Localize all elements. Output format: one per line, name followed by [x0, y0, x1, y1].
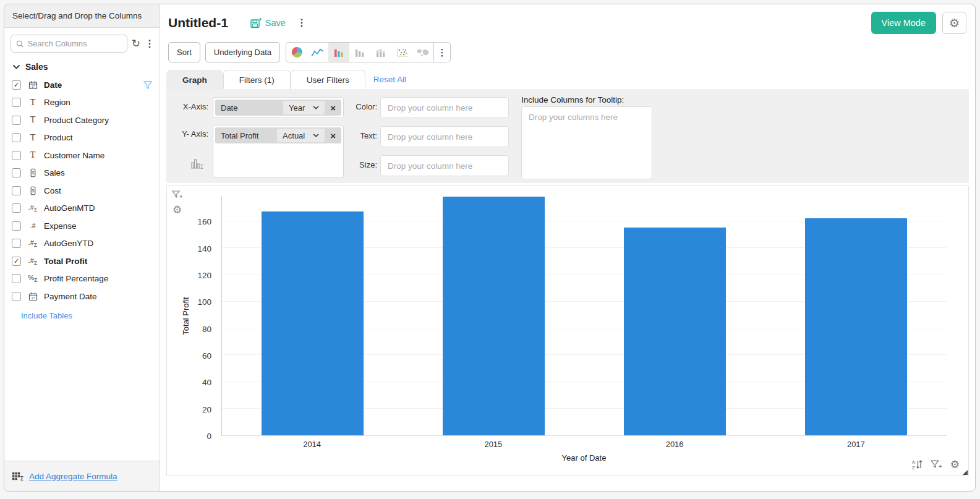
header-menu-icon[interactable]: ⋮ — [297, 18, 307, 28]
text-label: Text: — [340, 131, 377, 140]
column-item-total-profit[interactable]: ✓.#ΣTotal Profit — [4, 252, 160, 270]
x-axis-remove-icon[interactable]: × — [325, 103, 341, 113]
y-tick-40: 40 — [202, 378, 211, 387]
stacked-bar-chart-icon[interactable] — [370, 43, 391, 62]
column-item-product[interactable]: TProduct — [4, 129, 160, 147]
table-section-sales[interactable]: Sales — [4, 56, 160, 76]
bar-2016[interactable] — [624, 228, 725, 435]
column-item-cost[interactable]: $Cost — [4, 182, 160, 200]
add-aggregate-formula-link[interactable]: Add Aggregate Formula — [29, 472, 117, 481]
column-label: Region — [44, 98, 70, 107]
column-item-profit-percentage[interactable]: %ΣProfit Percentage — [4, 270, 160, 288]
x-tick-2014: 2014 — [221, 440, 403, 449]
checkbox[interactable] — [12, 221, 21, 231]
x-axis-aggregation-value: Year — [289, 103, 305, 113]
sidebar-title: Select/Drag and Drop the Columns — [4, 4, 160, 28]
x-axis-aggregation-select[interactable]: Year — [283, 101, 325, 114]
search-input[interactable] — [27, 39, 121, 48]
text-dropzone[interactable]: Drop your column here — [380, 126, 509, 147]
bar-chart-icon[interactable] — [328, 43, 349, 62]
include-tables-link[interactable]: Include Tables — [21, 311, 72, 320]
chart-type-more-icon[interactable]: ⋮ — [433, 43, 450, 62]
checkbox[interactable] — [12, 292, 21, 301]
settings-gear-button[interactable]: ⚙ — [942, 12, 966, 34]
checkbox[interactable] — [12, 151, 21, 160]
tooltip-columns-dropzone[interactable]: Drop your columns here — [521, 106, 652, 179]
column-item-expense[interactable]: .#Expense — [4, 217, 160, 235]
resize-handle[interactable] — [963, 470, 968, 475]
y-tick-160: 160 — [197, 217, 211, 226]
y-axis-field[interactable]: Total Profit Actual × — [213, 125, 344, 178]
bar-2014[interactable] — [262, 211, 363, 435]
checkbox[interactable] — [12, 274, 21, 283]
x-axis-label: X-Axis: — [166, 102, 208, 111]
x-tick-2017: 2017 — [765, 440, 947, 449]
checkbox[interactable] — [12, 186, 21, 195]
aggregate-formula-icon: Σ — [12, 472, 24, 481]
column-item-autogenmtd[interactable]: .#ΣAutoGenMTD — [4, 200, 160, 218]
size-dropzone[interactable]: Drop your column here — [380, 155, 509, 176]
column-label: Customer Name — [44, 151, 104, 160]
calendar-icon: 17 — [28, 292, 38, 301]
app-window: Select/Drag and Drop the Columns ↻ ⋮ Sal… — [4, 4, 976, 492]
y-axis-remove-icon[interactable]: × — [325, 130, 341, 141]
svg-text:Σ: Σ — [20, 476, 24, 481]
checkbox[interactable] — [12, 239, 21, 248]
line-chart-icon[interactable] — [307, 43, 328, 62]
checkbox[interactable] — [12, 168, 21, 177]
scatter-plot-icon[interactable] — [391, 43, 412, 62]
bar-2015[interactable] — [443, 197, 544, 435]
save-button[interactable]: * Save — [250, 18, 286, 28]
pie-chart-icon[interactable] — [286, 43, 307, 62]
y-axis-aggregation-select[interactable]: Actual — [277, 129, 325, 142]
main-area: Untitled-1 * Save ⋮ View Mode ⚙ Sort Und… — [161, 4, 975, 491]
column-label: Total Profit — [44, 257, 87, 266]
sort-button[interactable]: Sort — [168, 42, 200, 62]
color-dropzone[interactable]: Drop your column here — [380, 97, 509, 118]
checkbox[interactable]: ✓ — [12, 257, 21, 266]
grouped-bar-chart-icon[interactable] — [349, 43, 370, 62]
column-label: Payment Date — [44, 292, 97, 301]
bar-2017[interactable] — [805, 218, 906, 435]
number-aggregate-icon: .#Σ — [28, 203, 38, 213]
text-type-icon: T — [30, 115, 36, 125]
save-icon: * — [250, 18, 263, 28]
checkbox[interactable] — [12, 116, 21, 125]
sidebar-menu-icon[interactable]: ⋮ — [145, 39, 155, 49]
underlying-data-button[interactable]: Underlying Data — [205, 42, 280, 62]
x-tick-2015: 2015 — [403, 440, 584, 449]
reset-all-link[interactable]: Reset All — [373, 75, 406, 84]
add-filter-icon[interactable] — [931, 460, 942, 469]
sort-az-icon[interactable]: A Z — [911, 459, 922, 470]
refresh-icon[interactable]: ↻ — [132, 38, 140, 49]
search-box[interactable] — [11, 35, 127, 53]
y-axis-chip[interactable]: Total Profit Actual × — [215, 127, 341, 143]
text-type-icon: T — [30, 133, 36, 143]
tab-graph[interactable]: Graph — [166, 70, 223, 89]
tab-user-filters[interactable]: User Filters — [291, 70, 365, 89]
column-item-autogenytd[interactable]: .#ΣAutoGenYTD — [4, 235, 160, 253]
tab-filters[interactable]: Filters (1) — [223, 70, 291, 89]
x-axis-chip[interactable]: Date Year × — [215, 100, 341, 116]
checkbox[interactable] — [12, 203, 21, 213]
column-item-region[interactable]: TRegion — [4, 94, 160, 112]
y-axis-ticks: 020406080100120140160 — [167, 196, 216, 436]
column-item-product-category[interactable]: TProduct Category — [4, 111, 160, 129]
checkbox[interactable] — [12, 133, 21, 142]
y-tick-100: 100 — [197, 297, 211, 307]
map-chart-icon[interactable] — [412, 43, 433, 62]
svg-text:*: * — [259, 18, 262, 24]
checkbox[interactable]: ✓ — [12, 80, 21, 90]
chart-options-gear-icon[interactable]: ⚙ — [950, 459, 960, 470]
view-mode-button[interactable]: View Mode — [871, 12, 936, 34]
number-icon: .# — [30, 222, 35, 229]
filter-funnel-icon[interactable] — [143, 81, 152, 89]
checkbox[interactable] — [12, 98, 21, 107]
column-item-date[interactable]: ✓17Date — [4, 76, 160, 94]
search-icon — [16, 40, 23, 48]
column-item-payment-date[interactable]: 17Payment Date — [4, 288, 160, 305]
column-item-customer-name[interactable]: TCustomer Name — [4, 147, 160, 164]
column-item-sales[interactable]: $Sales — [4, 164, 160, 182]
chevron-down-icon — [13, 65, 20, 69]
columns-list: ✓17DateTRegionTProduct CategoryTProductT… — [4, 76, 160, 305]
